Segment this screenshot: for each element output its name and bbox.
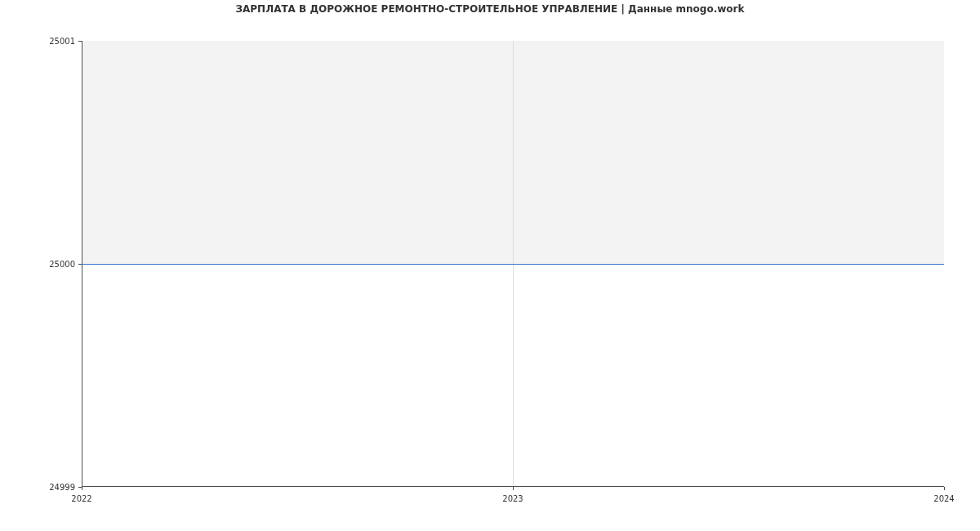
x-tick-mark (513, 487, 514, 490)
salary-chart: ЗАРПЛАТА В ДОРОЖНОЕ РЕМОНТНО-СТРОИТЕЛЬНО… (0, 0, 980, 531)
salary-line (82, 264, 944, 265)
x-tick-label: 2024 (933, 494, 954, 503)
y-tick-label: 25000 (49, 260, 82, 269)
plot-area: 2022 2023 2024 24999 25000 25001 (82, 41, 944, 487)
x-tick-mark (82, 487, 82, 490)
y-tick-label: 25001 (49, 37, 82, 46)
chart-title: ЗАРПЛАТА В ДОРОЖНОЕ РЕМОНТНО-СТРОИТЕЛЬНО… (0, 3, 980, 15)
x-tick-label: 2023 (502, 494, 523, 503)
x-tick-label: 2022 (71, 494, 91, 503)
x-tick-mark (944, 487, 945, 490)
y-tick-label: 24999 (49, 483, 82, 492)
